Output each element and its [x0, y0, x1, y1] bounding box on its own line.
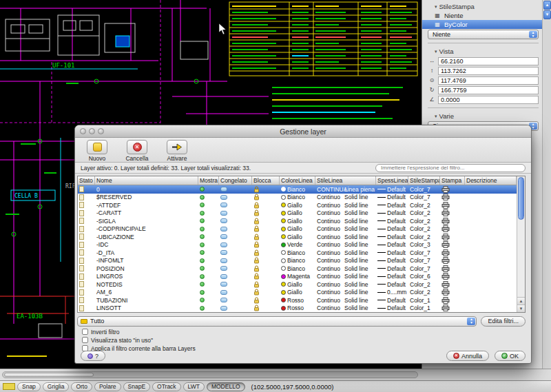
column-header-stilestampa[interactable]: StileStampa: [408, 176, 440, 185]
vista-value-field[interactable]: 117.4769: [438, 76, 539, 85]
line-color-swatch[interactable]: [281, 306, 286, 311]
column-header-nome[interactable]: Nome: [95, 176, 198, 185]
unlock-icon[interactable]: [253, 209, 260, 216]
printer-icon[interactable]: [441, 202, 450, 209]
edit-filters-button[interactable]: Edita filtri...: [481, 316, 526, 327]
unlock-icon[interactable]: [253, 273, 260, 280]
unlock-icon[interactable]: [253, 281, 260, 288]
table-row[interactable]: -CARATT Giallo Continuo Solid line Defau…: [78, 209, 517, 218]
scroll-up-icon[interactable]: ▲: [543, 1, 551, 10]
table-row[interactable]: -IDC Verde Continuo Solid line Default C…: [78, 241, 517, 249]
line-color-swatch[interactable]: [281, 250, 286, 255]
printer-icon[interactable]: [441, 209, 450, 216]
table-row[interactable]: $RESERVED Bianco Continuo Solid line Def…: [78, 194, 517, 202]
statusbar-button-orto[interactable]: Orto: [71, 382, 92, 391]
line-color-swatch[interactable]: [281, 227, 286, 231]
unlock-icon[interactable]: [253, 241, 260, 248]
thawed-icon[interactable]: [220, 187, 227, 192]
vista-value-field[interactable]: 0.0000: [438, 96, 539, 104]
thawed-icon[interactable]: [220, 250, 227, 255]
thawed-icon[interactable]: [220, 298, 227, 302]
printer-icon[interactable]: [441, 194, 450, 200]
unlock-icon[interactable]: [253, 265, 260, 272]
vista-value-field[interactable]: 113.7262: [438, 67, 539, 75]
line-color-swatch[interactable]: [281, 187, 286, 192]
unlock-icon[interactable]: [253, 234, 260, 240]
unlock-icon[interactable]: [253, 297, 260, 304]
horizontal-scrollbar[interactable]: [2, 371, 418, 378]
column-header-colorelinea[interactable]: ColoreLinea: [280, 176, 315, 185]
visibility-on-icon[interactable]: [200, 282, 205, 287]
line-color-swatch[interactable]: [281, 195, 286, 200]
visibility-on-icon[interactable]: [200, 203, 205, 207]
line-color-swatch[interactable]: [281, 274, 286, 279]
new-layer-button[interactable]: Nuovo: [81, 140, 114, 162]
visibility-on-icon[interactable]: [200, 243, 205, 247]
printer-icon[interactable]: [441, 218, 450, 225]
printer-icon[interactable]: [441, 273, 450, 280]
thawed-icon[interactable]: [220, 195, 227, 200]
color-swatch[interactable]: [3, 383, 15, 390]
zoom-button[interactable]: [98, 128, 104, 134]
table-row[interactable]: AM_6 Giallo Continuo Solid line 0....mm …: [78, 289, 517, 297]
column-header-descrizione[interactable]: Descrizione: [465, 176, 517, 185]
visibility-on-icon[interactable]: [200, 290, 205, 295]
statusbar-button-polare[interactable]: Polare: [94, 382, 121, 391]
table-scrollbar[interactable]: ▲ ▼: [517, 176, 525, 312]
thawed-icon[interactable]: [220, 258, 227, 263]
line-color-swatch[interactable]: [281, 218, 286, 223]
line-color-swatch[interactable]: [281, 258, 286, 263]
scroll-up-icon[interactable]: ▲: [517, 297, 525, 305]
column-header-stato[interactable]: Stato▼: [78, 176, 95, 185]
printer-icon[interactable]: [441, 297, 450, 304]
dialog-titlebar[interactable]: Gestione layer: [75, 125, 531, 138]
printer-icon[interactable]: [441, 289, 450, 296]
help-button[interactable]: ?: [81, 351, 105, 361]
plotstyle-item-niente[interactable]: ▦ Niente: [426, 11, 540, 20]
visibility-on-icon[interactable]: [200, 298, 205, 302]
thawed-icon[interactable]: [220, 234, 227, 239]
printer-icon[interactable]: [441, 265, 450, 272]
unlock-icon[interactable]: [253, 202, 260, 209]
printer-icon[interactable]: [441, 234, 450, 240]
statusbar-button-otrack[interactable]: OTrack: [152, 382, 181, 391]
line-color-swatch[interactable]: [281, 290, 286, 295]
printer-icon[interactable]: [441, 241, 450, 248]
checkbox-box[interactable]: [82, 329, 88, 335]
printer-icon[interactable]: [441, 186, 450, 193]
table-row[interactable]: POSIZION Bianco Continuo Solid line Defa…: [78, 265, 517, 273]
line-color-swatch[interactable]: [281, 211, 286, 216]
line-color-swatch[interactable]: [281, 282, 286, 287]
column-header-congelato[interactable]: Congelato: [219, 176, 252, 185]
unlock-icon[interactable]: [253, 186, 260, 193]
vista-value-field[interactable]: 66.2160: [438, 57, 539, 65]
thawed-icon[interactable]: [220, 290, 227, 295]
printer-icon[interactable]: [441, 249, 450, 256]
column-header-stampa[interactable]: Stampa: [440, 176, 465, 185]
statusbar-button-griglia[interactable]: Griglia: [43, 382, 70, 391]
filter-checkbox-1[interactable]: Visualizza stato "in uso": [82, 336, 531, 344]
line-color-swatch[interactable]: [281, 203, 286, 207]
thawed-icon[interactable]: [220, 266, 227, 271]
table-row[interactable]: 0 Bianco CONTINUA Linea piena Default Co…: [78, 185, 517, 194]
table-row[interactable]: LINGROS Magenta Continuo Solid line Defa…: [78, 273, 517, 281]
line-color-swatch[interactable]: [281, 243, 286, 247]
visibility-on-icon[interactable]: [200, 218, 205, 223]
visibility-on-icon[interactable]: [200, 274, 205, 279]
column-header-blocca[interactable]: Blocca: [252, 176, 280, 185]
unlock-icon[interactable]: [253, 289, 260, 296]
scroll-down-icon[interactable]: ▼: [543, 10, 551, 19]
filter-input[interactable]: [375, 164, 526, 172]
scroll-down-icon[interactable]: ▼: [517, 305, 525, 312]
visibility-on-icon[interactable]: [200, 211, 205, 216]
line-color-swatch[interactable]: [281, 298, 286, 302]
disclosure-icon[interactable]: ▾: [435, 114, 437, 119]
thawed-icon[interactable]: [220, 306, 227, 311]
table-row[interactable]: -CODPRINCIPALE Giallo Continuo Solid lin…: [78, 225, 517, 234]
table-row[interactable]: LINSOTT Rosso Continuo Solid line Defaul…: [78, 305, 517, 313]
thawed-icon[interactable]: [220, 211, 227, 216]
table-row[interactable]: -D_ITA Bianco Continuo Solid line Defaul…: [78, 249, 517, 257]
unlock-icon[interactable]: [253, 225, 260, 232]
printer-icon[interactable]: [441, 225, 450, 232]
column-header-mostra[interactable]: Mostra: [198, 176, 219, 185]
